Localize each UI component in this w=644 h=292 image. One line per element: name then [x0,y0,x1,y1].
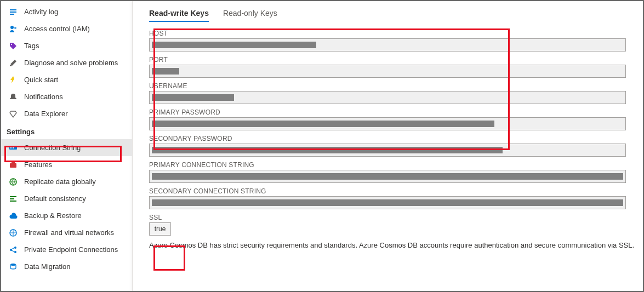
field-primary-connection-string: PRIMARY CONNECTION STRING [149,161,643,183]
label-secondary-connection-string: SECONDARY CONNECTION STRING [149,187,643,195]
svg-point-20 [10,264,16,266]
sidebar-item-label: Tags [24,42,39,50]
sidebar-item-label: Backup & Restore [24,211,82,220]
sidebar-item-connection-string[interactable]: Connection String [1,139,132,156]
notifications-icon [9,93,18,101]
access-control-icon [9,25,18,33]
svg-rect-0 [10,9,16,10]
tags-icon [9,42,18,50]
redacted-value [152,42,316,48]
firewall-icon [9,228,18,237]
consistency-icon [9,194,18,203]
sidebar-item-data-explorer[interactable]: Data Explorer [1,105,132,122]
field-port: PORT [149,56,643,78]
tab-read-only-keys[interactable]: Read-only Keys [223,9,277,22]
input-primary-password[interactable] [149,117,626,130]
field-primary-password: PRIMARY PASSWORD [149,108,643,130]
svg-rect-6 [10,65,12,66]
redacted-value [152,121,494,127]
svg-rect-8 [10,147,12,148]
sidebar-item-label: Firewall and virtual networks [24,228,114,237]
sidebar-item-notifications[interactable]: Notifications [1,88,132,105]
sidebar-item-quick-start[interactable]: Quick start [1,71,132,88]
svg-rect-10 [10,163,16,168]
svg-rect-1 [10,12,16,13]
svg-rect-2 [10,14,14,15]
sidebar-item-data-migration[interactable]: Data Migration [1,258,132,275]
backup-icon [9,211,18,220]
field-username: USERNAME [149,82,643,104]
input-secondary-connection-string[interactable] [149,196,626,209]
sidebar-item-label: Data Explorer [24,110,67,118]
input-host[interactable] [149,38,626,51]
label-primary-password: PRIMARY PASSWORD [149,108,643,116]
label-primary-connection-string: PRIMARY CONNECTION STRING [149,161,643,169]
main-panel: Read-write Keys Read-only Keys HOSTPORTU… [133,1,643,291]
svg-point-3 [10,26,14,29]
sidebar-item-replicate-data-globally[interactable]: Replicate data globally [1,173,132,190]
data-migration-icon [9,262,18,271]
sidebar-item-label: Access control (IAM) [24,25,90,33]
input-secondary-password[interactable] [149,144,626,157]
sidebar-item-backup-restore[interactable]: Backup & Restore [1,207,132,224]
replicate-icon [9,178,18,186]
redacted-value [152,173,623,180]
sidebar: Activity logAccess control (IAM)TagsDiag… [1,1,133,291]
keys-tabs: Read-write Keys Read-only Keys [149,9,643,22]
sidebar-item-label: Features [24,161,52,169]
sidebar-item-label: Private Endpoint Connections [24,245,118,254]
tab-read-write-keys[interactable]: Read-write Keys [149,9,209,22]
label-port: PORT [149,56,643,64]
private-endpoint-icon [9,245,18,254]
sidebar-item-label: Connection String [24,144,81,152]
redacted-value [152,68,179,75]
features-icon [9,161,18,169]
field-secondary-password: SECONDARY PASSWORD [149,135,643,157]
field-ssl: SSL true [149,214,643,236]
svg-rect-14 [10,198,14,199]
label-host: HOST [149,30,643,37]
input-ssl[interactable]: true [149,222,171,236]
sidebar-item-activity-log[interactable]: Activity log [1,3,132,20]
label-ssl: SSL [149,214,643,221]
activity-log-icon [9,8,18,16]
svg-point-4 [14,27,16,29]
redacted-value [152,147,503,153]
sidebar-item-firewall-and-virtual-networks[interactable]: Firewall and virtual networks [1,224,132,241]
sidebar-section-settings: Settings [1,122,132,139]
sidebar-item-label: Diagnose and solve problems [24,59,118,67]
sidebar-item-access-control-iam[interactable]: Access control (IAM) [1,20,132,37]
input-primary-connection-string[interactable] [149,170,626,183]
svg-rect-11 [12,162,15,164]
sidebar-item-tags[interactable]: Tags [1,37,132,54]
connection-string-icon [9,144,18,152]
label-username: USERNAME [149,82,643,90]
svg-rect-15 [10,201,16,202]
data-explorer-icon [9,110,18,118]
redacted-value [152,199,623,206]
sidebar-item-default-consistency[interactable]: Default consistency [1,190,132,207]
svg-point-5 [11,43,12,44]
sidebar-item-diagnose-and-solve-problems[interactable]: Diagnose and solve problems [1,54,132,71]
label-secondary-password: SECONDARY PASSWORD [149,135,643,142]
sidebar-item-features[interactable]: Features [1,156,132,173]
input-port[interactable] [149,65,626,78]
sidebar-item-label: Activity log [24,8,58,16]
sidebar-item-label: Notifications [24,93,63,101]
svg-rect-9 [13,147,14,148]
sidebar-item-label: Default consistency [24,194,86,203]
quick-start-icon [9,76,18,84]
sidebar-item-private-endpoint-connections[interactable]: Private Endpoint Connections [1,241,132,258]
sidebar-item-label: Data Migration [24,262,71,271]
diagnose-icon [9,59,18,67]
footer-note: Azure Cosmos DB has strict security requ… [149,241,643,249]
sidebar-item-label: Replicate data globally [24,178,96,186]
svg-rect-13 [10,196,16,197]
field-host: HOST [149,30,643,51]
redacted-value [152,94,234,101]
field-secondary-connection-string: SECONDARY CONNECTION STRING [149,187,643,209]
sidebar-item-label: Quick start [24,76,58,84]
input-username[interactable] [149,91,626,104]
